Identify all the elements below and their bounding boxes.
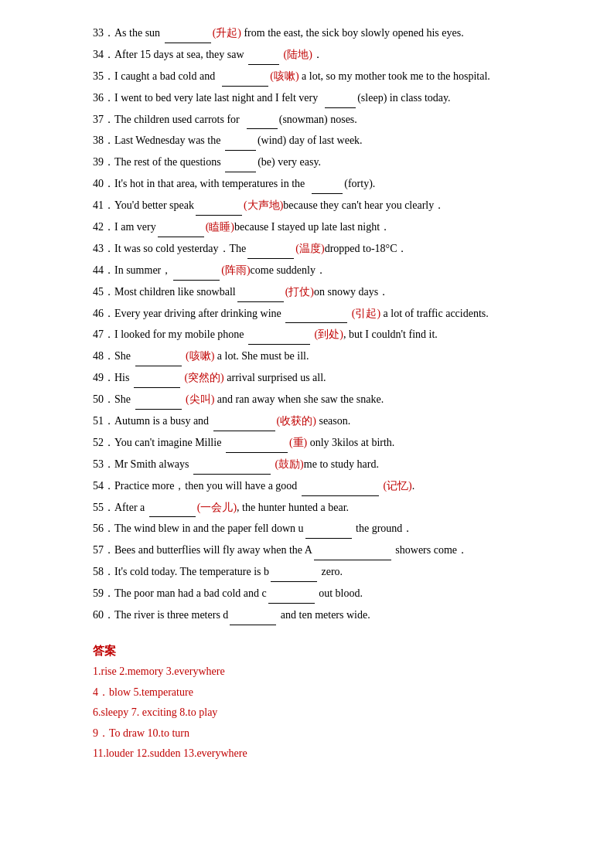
blank-34: [248, 64, 279, 65]
blank-52: [226, 452, 288, 453]
question-47: 47．I looked for my mobile phone (到处), bu…: [93, 325, 568, 345]
blank-53: [193, 474, 271, 475]
answer-line-5: 11.louder 12.sudden 13.everywhere: [93, 744, 568, 764]
blank-41: [196, 215, 242, 216]
blank-44: [173, 280, 220, 281]
question-35: 35．I caught a bad cold and (咳嗽) a lot, s…: [93, 66, 568, 87]
blank-48: [135, 366, 182, 366]
question-58: 58．It's cold today. The temperature is b…: [93, 562, 568, 582]
blank-42: [158, 237, 204, 237]
question-39: 39．The rest of the questions (be) very e…: [93, 152, 568, 172]
answer-line-2: 4．blow 5.temperature: [93, 682, 568, 703]
blank-51: [213, 431, 275, 431]
question-59: 59．The poor man had a bad cold and c out…: [93, 584, 568, 604]
question-48: 48．She (咳嗽) a lot. She must be ill.: [93, 346, 568, 366]
question-41: 41．You'd better speak(大声地)because they c…: [93, 196, 568, 216]
question-37: 37．The children used carrots for (snowma…: [93, 110, 568, 130]
answer-line-4: 9．To draw 10.to turn: [93, 723, 568, 744]
blank-49: [134, 387, 180, 388]
answer-line-1: 1.rise 2.memory 3.everywhere: [93, 662, 568, 682]
question-60: 60．The river is three meters d and ten m…: [93, 605, 568, 625]
question-43: 43．It was so cold yesterday．The(温度)dropp…: [93, 239, 568, 259]
blank-35: [222, 86, 268, 87]
blank-57: [314, 560, 391, 560]
blank-43: [247, 258, 294, 259]
blank-55: [149, 516, 196, 517]
blank-47: [248, 344, 310, 345]
question-36: 36．I went to bed very late last night an…: [93, 88, 568, 108]
blank-45: [237, 301, 284, 302]
blank-59: [268, 603, 315, 604]
blank-46: [285, 322, 347, 323]
question-52: 52．You can't imagine Millie (重) only 3ki…: [93, 433, 568, 453]
question-38: 38．Last Wednesday was the (wind) day of …: [93, 131, 568, 151]
blank-39: [225, 172, 256, 172]
answers-title: 答案: [93, 644, 568, 659]
answer-line-3: 6.sleepy 7. exciting 8.to play: [93, 703, 568, 723]
blank-50: [135, 409, 182, 410]
answers-section: 答案 1.rise 2.memory 3.everywhere 4．blow 5…: [93, 644, 568, 764]
question-46: 46．Every year driving after drinking win…: [93, 304, 568, 324]
question-49: 49．His (突然的) arrival surprised us all.: [93, 368, 568, 388]
question-55: 55．After a (一会儿), the hunter hunted a be…: [93, 498, 568, 518]
blank-40: [312, 193, 343, 194]
question-53: 53．Mr Smith always (鼓励)me to study hard.: [93, 454, 568, 475]
questions-section: 33．As the sun (升起) from the east, the si…: [93, 23, 568, 625]
question-34: 34．After 15 days at sea, they saw (陆地)．: [93, 45, 568, 65]
blank-60: [230, 625, 276, 625]
question-54: 54．Practice more，then you will have a go…: [93, 476, 568, 496]
question-33: 33．As the sun (升起) from the east, the si…: [93, 23, 568, 43]
question-45: 45．Most children like snowball(打仗)on sno…: [93, 282, 568, 302]
blank-37: [247, 128, 278, 129]
question-51: 51．Autumn is a busy and (收获的) season.: [93, 411, 568, 431]
question-40: 40．It's hot in that area, with temperatu…: [93, 174, 568, 194]
question-42: 42．I am very(瞌睡)because I stayed up late…: [93, 217, 568, 237]
blank-54: [302, 495, 379, 496]
question-50: 50．She (尖叫) and ran away when she saw th…: [93, 390, 568, 410]
blank-38: [225, 150, 256, 151]
blank-58: [271, 581, 317, 582]
blank-33: [165, 43, 211, 43]
blank-56: [305, 538, 352, 539]
question-57: 57．Bees and butterflies will fly away wh…: [93, 540, 568, 560]
question-44: 44．In summer，(阵雨)come suddenly．: [93, 260, 568, 281]
question-56: 56．The wind blew in and the paper fell d…: [93, 519, 568, 539]
blank-36: [325, 107, 356, 108]
